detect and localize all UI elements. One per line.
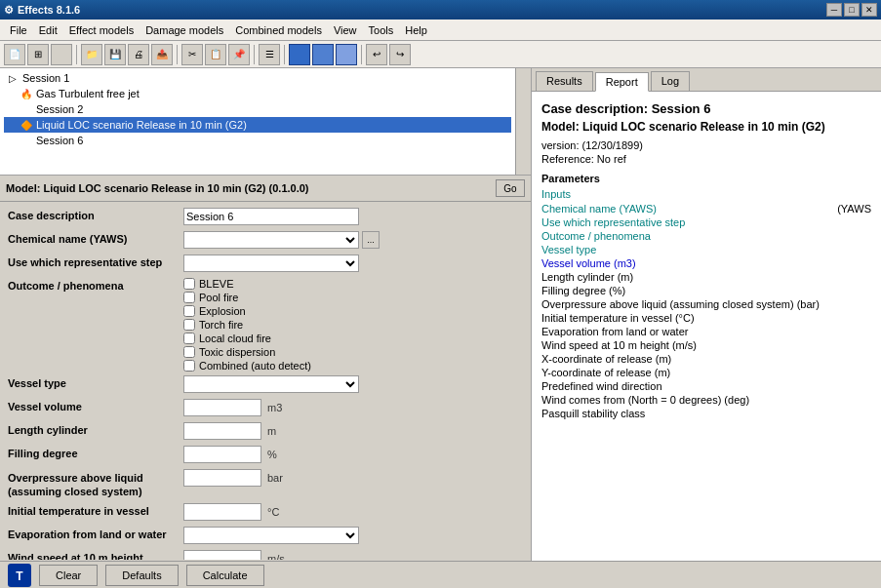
tab-report[interactable]: Report	[595, 72, 649, 92]
toolbar-grid[interactable]: ⊞	[27, 44, 49, 65]
checkbox-toxic[interactable]	[183, 346, 195, 358]
select-rep-step[interactable]	[183, 255, 359, 272]
unit-wind-speed: m/s	[264, 553, 285, 560]
maximize-button[interactable]: □	[844, 3, 860, 17]
control-vessel-volume: m3	[183, 399, 523, 416]
form-row-temperature: Initial temperature in vessel °C	[8, 503, 523, 523]
report-reference: Reference: No ref	[541, 153, 871, 165]
toolbar-copy[interactable]: 📋	[205, 44, 226, 65]
control-overpressure: bar	[183, 469, 523, 487]
tab-results[interactable]: Results	[536, 71, 593, 91]
report-param-vessel-volume: Vessel volume (m3)	[541, 257, 871, 269]
defaults-button[interactable]: Defaults	[105, 565, 178, 586]
control-temperature: °C	[183, 503, 523, 521]
toolbar-action2[interactable]: ↪	[389, 44, 411, 65]
toolbar-open[interactable]: 📁	[81, 44, 102, 65]
toolbar-save[interactable]: 💾	[104, 44, 126, 65]
select-chemical[interactable]	[183, 231, 359, 249]
toolbar-blank[interactable]	[51, 44, 72, 65]
tab-log[interactable]: Log	[651, 71, 690, 91]
menu-view[interactable]: View	[328, 22, 363, 38]
toolbar-action1[interactable]: ↩	[366, 44, 387, 65]
form-row-outcome: Outcome / phenomena BLEVE Pool fire	[8, 278, 523, 372]
input-overpressure[interactable]	[183, 469, 261, 487]
form-scroll-area[interactable]: Case description Chemical name (YAWS) ..…	[0, 202, 531, 560]
menu-combined-models[interactable]: Combined models	[229, 22, 328, 38]
tree-label-session1: Session 1	[22, 72, 69, 84]
checkbox-local-cloud[interactable]	[183, 333, 195, 344]
checkbox-torch-fire[interactable]	[183, 319, 195, 331]
menu-effect-models[interactable]: Effect models	[63, 22, 140, 38]
calculate-button[interactable]: Calculate	[186, 565, 264, 586]
report-param-wind-from: Wind comes from (North = 0 degrees) (deg…	[541, 394, 871, 406]
toolbar-cut[interactable]: ✂	[181, 44, 203, 65]
main-container: ▷ Session 1 🔥 Gas Turbulent free jet Ses…	[0, 68, 881, 561]
select-evaporation[interactable]	[183, 527, 359, 544]
svg-text:T: T	[16, 569, 23, 583]
form-row-vessel-type: Vessel type	[8, 375, 523, 395]
report-param-chemical-label: Chemical name (YAWS)	[541, 203, 657, 215]
toolbar-separator-3	[254, 45, 255, 64]
label-vessel-volume: Vessel volume	[8, 399, 183, 412]
tree-label-liquid-loc: Liquid LOC scenario Release in 10 min (G…	[36, 119, 247, 131]
go-button[interactable]: Go	[496, 179, 525, 197]
toolbar-list[interactable]: ☰	[259, 44, 280, 65]
checkbox-row-pool-fire: Pool fire	[183, 292, 311, 303]
report-parameters-title: Parameters	[541, 173, 871, 184]
app-icon: ⚙	[4, 4, 14, 17]
input-length-cylinder[interactable]	[183, 422, 261, 440]
label-explosion: Explosion	[199, 305, 246, 317]
menu-file[interactable]: File	[4, 22, 33, 38]
checkbox-combined[interactable]	[183, 360, 195, 372]
label-case-description: Case description	[8, 208, 183, 221]
checkbox-explosion[interactable]	[183, 305, 195, 317]
report-param-length-cylinder: Length cylinder (m)	[541, 271, 871, 283]
blank-icon-2	[20, 134, 33, 147]
input-vessel-volume[interactable]	[183, 399, 261, 416]
control-case-description	[183, 208, 523, 225]
toolbar-paste[interactable]: 📌	[228, 44, 250, 65]
minimize-button[interactable]: ─	[826, 3, 842, 17]
tree-scrollbar[interactable]	[515, 68, 531, 175]
toolbar-separator-2	[177, 45, 178, 64]
bottom-bar: T Clear Defaults Calculate	[0, 561, 881, 588]
menu-damage-models[interactable]: Damage models	[140, 22, 229, 38]
clear-button[interactable]: Clear	[39, 565, 98, 586]
tree-item-liquid-loc[interactable]: 🔶 Liquid LOC scenario Release in 10 min …	[4, 117, 511, 133]
tree-item-session6[interactable]: Session 6	[4, 133, 511, 148]
tree-panel: ▷ Session 1 🔥 Gas Turbulent free jet Ses…	[0, 68, 531, 176]
tree-item-session1[interactable]: ▷ Session 1	[4, 70, 511, 86]
liquid-icon: 🔶	[20, 118, 33, 132]
report-param-x-coord: X-coordinate of release (m)	[541, 353, 871, 365]
toolbar-blue1[interactable]	[289, 44, 310, 65]
report-param-overpressure: Overpressure above liquid (assuming clos…	[541, 298, 871, 310]
checkbox-bleve[interactable]	[183, 278, 195, 290]
menu-edit[interactable]: Edit	[33, 22, 63, 38]
toolbar-export[interactable]: 📤	[151, 44, 173, 65]
menu-tools[interactable]: Tools	[363, 22, 400, 38]
input-case-description[interactable]	[183, 208, 359, 225]
report-param-wind-speed: Wind speed at 10 m height (m/s)	[541, 339, 871, 351]
toolbar-print[interactable]: 🖨	[128, 44, 149, 65]
tree-item-session2[interactable]: Session 2	[4, 101, 511, 117]
chemical-browse-button[interactable]: ...	[362, 231, 380, 249]
left-panel: ▷ Session 1 🔥 Gas Turbulent free jet Ses…	[0, 68, 532, 561]
close-button[interactable]: ✕	[861, 3, 877, 17]
input-temperature[interactable]	[183, 503, 261, 521]
tree-item-gas-jet[interactable]: 🔥 Gas Turbulent free jet	[4, 86, 511, 101]
input-wind-speed[interactable]	[183, 550, 261, 560]
form-header: Model: Liquid LOC scenario Release in 10…	[0, 176, 531, 202]
toolbar-blue3[interactable]	[336, 44, 357, 65]
form-row-wind-speed: Wind speed at 10 m height m/s	[8, 550, 523, 560]
control-rep-step	[183, 255, 523, 272]
label-rep-step: Use which representative step	[8, 255, 183, 268]
control-evaporation	[183, 527, 523, 544]
tab-bar: Results Report Log	[532, 68, 881, 92]
toolbar-blue2[interactable]	[312, 44, 334, 65]
menu-help[interactable]: Help	[399, 22, 433, 38]
checkbox-pool-fire[interactable]	[183, 292, 195, 303]
select-vessel-type[interactable]	[183, 375, 359, 393]
toolbar-new[interactable]: 📄	[4, 44, 25, 65]
input-filling-degree[interactable]	[183, 446, 261, 463]
label-filling-degree: Filling degree	[8, 446, 183, 459]
